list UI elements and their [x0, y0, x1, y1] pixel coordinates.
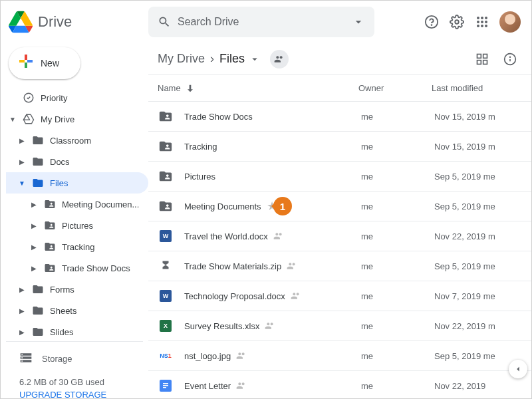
new-button[interactable]: New: [9, 47, 80, 79]
file-row[interactable]: WTechnology Proposal.docxmeNov 7, 2019 m…: [148, 281, 531, 311]
file-modified: Nov 15, 2019 m: [434, 142, 521, 152]
svg-rect-16: [483, 60, 487, 64]
shared-icon: [287, 261, 297, 271]
column-headers: Name Owner Last modified: [148, 75, 531, 102]
svg-point-9: [477, 25, 479, 27]
file-owner: me: [361, 172, 434, 182]
search-placeholder: Search Drive: [178, 16, 345, 28]
nav-slides[interactable]: ▶Slides: [6, 321, 148, 337]
breadcrumb-current[interactable]: Files: [219, 52, 261, 66]
help-icon[interactable]: [424, 14, 440, 30]
dropdown-icon[interactable]: [352, 15, 365, 29]
storage-label[interactable]: Storage: [42, 354, 72, 364]
file-row[interactable]: PicturesmeSep 5, 2019 me: [148, 162, 531, 192]
chevron-down-icon[interactable]: ▼: [18, 180, 26, 187]
file-name: Trade Show Docs: [184, 112, 253, 122]
chevron-right-icon[interactable]: ▶: [30, 243, 38, 251]
grid-view-icon[interactable]: [474, 51, 490, 67]
chevron-right-icon[interactable]: ▶: [18, 307, 26, 315]
file-row[interactable]: Trade Show DocsmeNov 15, 2019 m: [148, 102, 531, 132]
file-row[interactable]: TrackingmeNov 15, 2019 m: [148, 132, 531, 162]
chevron-right-icon[interactable]: ▶: [18, 329, 26, 336]
sidebar: New Priority ▼ My Drive ▶Classroom ▶Docs…: [1, 43, 148, 399]
nav-meeting-docs[interactable]: ▶Meeting Documen...: [6, 194, 148, 215]
header: Drive Search Drive: [1, 1, 531, 43]
nav-forms[interactable]: ▶Forms: [6, 279, 148, 300]
file-type-icon: NS1: [158, 348, 174, 364]
nav-files[interactable]: ▼Files: [6, 172, 148, 194]
file-row[interactable]: Event LettermeNov 22, 2019: [148, 371, 531, 399]
chevron-right-icon[interactable]: ▶: [18, 158, 26, 166]
svg-point-8: [485, 21, 487, 23]
search-input[interactable]: Search Drive: [148, 7, 374, 37]
storage-used: 6.2 MB of 30 GB used: [19, 377, 148, 387]
logo-area[interactable]: Drive: [9, 10, 148, 34]
nav-sheets[interactable]: ▶Sheets: [6, 300, 148, 321]
folder-icon: [31, 326, 45, 337]
nav-docs[interactable]: ▶Docs: [6, 151, 148, 172]
apps-icon[interactable]: [474, 14, 490, 30]
file-modified: Nov 7, 2019 me: [434, 291, 521, 301]
side-panel-toggle[interactable]: [509, 360, 527, 378]
settings-icon[interactable]: [449, 14, 465, 30]
file-modified: Sep 5, 2019 me: [434, 261, 521, 271]
file-owner: me: [361, 291, 434, 301]
shared-indicator-icon[interactable]: [270, 50, 289, 68]
file-type-icon: [158, 138, 174, 154]
file-row[interactable]: Trade Show Materials.zipmeSep 5, 2019 me: [148, 251, 531, 281]
svg-point-19: [510, 57, 511, 57]
column-owner[interactable]: Owner: [358, 83, 432, 93]
file-row[interactable]: XSurvey Results.xlsxmeNov 22, 2019 m: [148, 311, 531, 341]
file-row[interactable]: Meeting Documents★1meSep 5, 2019 me: [148, 192, 531, 221]
shared-icon: [273, 231, 284, 241]
info-icon[interactable]: [502, 51, 518, 67]
svg-point-1: [432, 25, 432, 25]
breadcrumb-root[interactable]: My Drive: [158, 52, 205, 66]
nav-pictures[interactable]: ▶Pictures: [6, 215, 148, 236]
column-modified[interactable]: Last modified: [432, 83, 518, 93]
storage-section: Storage 6.2 MB of 30 GB used UPGRADE STO…: [6, 346, 148, 399]
file-name: nst_logo.jpg: [184, 351, 231, 361]
nav-my-drive[interactable]: ▼ My Drive: [6, 108, 148, 130]
file-row[interactable]: WTravel the World.docxmeNov 22, 2019 m: [148, 221, 531, 251]
nav-classroom[interactable]: ▶Classroom: [6, 130, 148, 151]
chevron-right-icon[interactable]: ▶: [30, 222, 38, 229]
file-row[interactable]: NS1nst_logo.jpgmeSep 5, 2019 me: [148, 341, 531, 371]
file-owner: me: [361, 142, 434, 152]
drive-logo-icon: [9, 10, 33, 34]
file-modified: Nov 22, 2019: [434, 381, 521, 391]
upgrade-storage-link[interactable]: UPGRADE STORAGE: [19, 390, 148, 399]
chevron-right-icon[interactable]: ▶: [30, 265, 38, 272]
svg-point-5: [485, 17, 487, 19]
priority-icon: [22, 92, 35, 104]
chevron-down-icon[interactable]: ▼: [9, 116, 17, 123]
shared-icon: [236, 350, 247, 361]
svg-rect-21: [163, 385, 168, 386]
chevron-right-icon[interactable]: ▶: [30, 201, 38, 208]
svg-point-4: [481, 17, 483, 19]
file-modified: Sep 5, 2019 me: [434, 201, 521, 211]
chevron-right-icon[interactable]: ▶: [18, 286, 26, 293]
nav-priority[interactable]: Priority: [6, 87, 148, 108]
svg-point-6: [477, 21, 479, 23]
file-owner: me: [361, 231, 434, 241]
storage-icon: [19, 351, 33, 366]
file-type-icon: X: [158, 318, 174, 334]
file-owner: me: [361, 112, 434, 122]
folder-icon: [31, 177, 45, 189]
folder-icon: [31, 305, 45, 317]
chevron-right-icon[interactable]: ▶: [18, 137, 26, 144]
file-name: Travel the World.docx: [184, 231, 268, 241]
file-type-icon: [158, 198, 174, 214]
search-icon: [158, 15, 171, 29]
file-name: Pictures: [184, 172, 215, 182]
avatar[interactable]: [499, 11, 521, 33]
file-name: Technology Proposal.docx: [184, 291, 285, 301]
file-modified: Nov 22, 2019 m: [434, 231, 521, 241]
dropdown-icon[interactable]: [249, 53, 261, 65]
file-type-icon: [158, 378, 174, 394]
nav-trade-show[interactable]: ▶Trade Show Docs: [6, 257, 148, 279]
column-name[interactable]: Name: [158, 83, 358, 94]
nav-tracking[interactable]: ▶Tracking: [6, 236, 148, 257]
file-type-icon: W: [158, 288, 174, 304]
